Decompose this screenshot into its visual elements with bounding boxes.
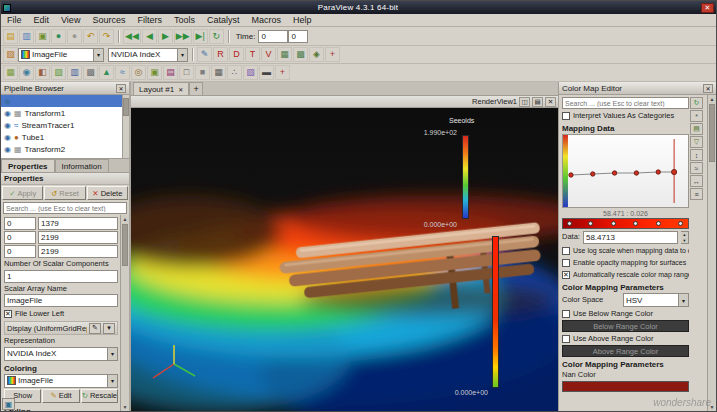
num-components-field[interactable]: 1 xyxy=(4,270,118,283)
split-vertical-icon[interactable]: ▤ xyxy=(532,97,543,107)
cmap-checkbox[interactable]: Enable opacity mapping for surfaces xyxy=(562,257,689,268)
layout-tab[interactable]: Layout #1 ✕ xyxy=(133,82,189,95)
eye-visibility-icon[interactable]: ◉ xyxy=(4,109,11,118)
extent-max-field[interactable]: 2199 xyxy=(38,231,118,244)
rescale-to-data-range-icon[interactable]: R xyxy=(213,47,228,62)
toggle-color-legend-icon[interactable]: ▧ xyxy=(3,47,18,62)
corner-tool-button[interactable]: ▣ xyxy=(2,398,15,410)
eye-visibility-icon[interactable]: ◉ xyxy=(4,145,11,154)
previous-frame-icon[interactable]: ◀ xyxy=(142,29,157,44)
display-section-header[interactable]: Display (UniformGridRep ✎ ▾ xyxy=(4,321,118,335)
file-lower-left-checkbox[interactable]: ✕ File Lower Left xyxy=(4,308,118,319)
warp-icon[interactable]: ◎ xyxy=(131,65,146,80)
spinner[interactable]: ▴▾ xyxy=(681,231,689,244)
interpret-categories-checkbox[interactable]: Interpret Values As Categories xyxy=(562,110,689,121)
wireframe-icon[interactable]: ▦ xyxy=(211,65,226,80)
loop-icon[interactable]: ↻ xyxy=(209,29,224,44)
extent-min-field[interactable]: 0 xyxy=(4,231,36,244)
rescale-range-icon[interactable]: ↔ xyxy=(690,175,703,187)
tab-information[interactable]: Information xyxy=(55,159,109,172)
eye-visibility-icon[interactable]: ◉ xyxy=(4,97,11,106)
contour-icon[interactable]: ◉ xyxy=(19,65,34,80)
screenshot-icon[interactable]: ▣ xyxy=(35,29,50,44)
eye-visibility-icon[interactable]: ◉ xyxy=(4,121,11,130)
menu-item[interactable]: Macros xyxy=(245,14,287,26)
close-view-icon[interactable]: ✕ xyxy=(545,97,556,107)
invert-transfer-icon[interactable]: ↕ xyxy=(690,149,703,161)
color-control-point[interactable] xyxy=(567,221,572,226)
checkbox-icon[interactable] xyxy=(562,310,570,318)
extract-subset-icon[interactable]: ▩ xyxy=(83,65,98,80)
surface-icon[interactable]: ■ xyxy=(195,65,210,80)
copy-icon[interactable]: ✎ xyxy=(89,323,101,334)
menu-item[interactable]: View xyxy=(55,14,86,26)
color-space-select[interactable]: HSV ▾ xyxy=(623,293,689,307)
color-control-point[interactable] xyxy=(633,221,638,226)
eye-visibility-icon[interactable]: ◉ xyxy=(4,133,11,142)
first-frame-icon[interactable]: ◀◀ xyxy=(123,29,141,44)
checkbox-icon[interactable]: ✕ xyxy=(562,271,570,279)
menu-item[interactable]: Help xyxy=(287,14,318,26)
time-field[interactable]: 0 xyxy=(258,30,288,43)
slice-icon[interactable]: ▨ xyxy=(51,65,66,80)
extent-min-field[interactable]: 0 xyxy=(4,217,36,230)
menu-item[interactable]: Catalyst xyxy=(201,14,246,26)
pipeline-item[interactable]: ◉ ● Tube1 xyxy=(1,131,129,143)
color-array-select[interactable]: ImageFile ▾ xyxy=(4,374,118,388)
clip-icon[interactable]: ◧ xyxy=(35,65,50,80)
edit-color-map-button[interactable]: ✎ Edit xyxy=(42,389,79,403)
pipeline-item[interactable]: ◉ xyxy=(1,95,129,107)
ruler-icon[interactable]: ▬ xyxy=(259,65,274,80)
glyph-filter-icon[interactable]: ▲ xyxy=(99,65,114,80)
gear-icon[interactable]: * xyxy=(690,110,703,122)
extract-level-icon[interactable]: ▤ xyxy=(163,65,178,80)
close-icon[interactable]: ✕ xyxy=(178,86,183,93)
frame-field[interactable]: 0 xyxy=(288,30,308,43)
extent-max-field[interactable]: 1379 xyxy=(38,217,118,230)
use-below-range-checkbox[interactable]: Use Below Range Color xyxy=(562,308,689,319)
checkbox-icon[interactable] xyxy=(562,112,570,120)
advanced-icon[interactable]: ≡ xyxy=(690,188,703,200)
stream-tracer-icon[interactable]: ≈ xyxy=(115,65,130,80)
representation-combo[interactable]: NVIDIA IndeX ▾ xyxy=(108,48,188,62)
points-icon[interactable]: ∴ xyxy=(227,65,242,80)
color-control-point[interactable] xyxy=(678,221,683,226)
scalar-bar-2[interactable] xyxy=(492,236,499,388)
apply-button[interactable]: ✓ Apply xyxy=(2,186,43,200)
tab-properties[interactable]: Properties xyxy=(1,159,55,172)
save-state-icon[interactable]: ▥ xyxy=(19,29,34,44)
representation-select[interactable]: NVIDIA IndeX ▾ xyxy=(4,347,118,361)
cmap-checkbox[interactable]: Use log scale when mapping data to color… xyxy=(562,245,689,256)
color-control-point[interactable] xyxy=(588,221,593,226)
group-datasets-icon[interactable]: ▣ xyxy=(147,65,162,80)
save-preset-icon[interactable]: ▽ xyxy=(690,136,703,148)
color-by-combo[interactable]: ImageFile ▾ xyxy=(18,48,104,62)
outline-icon[interactable]: □ xyxy=(179,65,194,80)
threshold-icon[interactable]: ▥ xyxy=(67,65,82,80)
menu-item[interactable]: Filters xyxy=(131,14,168,26)
cube-axes-icon[interactable]: ◈ xyxy=(309,47,324,62)
log-scale-icon[interactable]: ≈ xyxy=(690,162,703,174)
cmap-search-input[interactable] xyxy=(562,97,689,109)
update-render-icon[interactable]: ↻ xyxy=(690,97,703,109)
render-viewport[interactable]: Seeoids 1.990e+02 0.000e+00 0.000e+00 xyxy=(131,108,558,411)
next-frame-icon[interactable]: ▶▶ xyxy=(174,29,192,44)
close-icon[interactable]: ✕ xyxy=(703,84,713,93)
reset-button[interactable]: ↺ Reset xyxy=(44,186,85,200)
data-value-field[interactable]: 58.4713 xyxy=(583,231,678,244)
rescale-over-time-icon[interactable]: T xyxy=(245,47,260,62)
pipeline-item[interactable]: ◉ ▦ Transform1 xyxy=(1,107,129,119)
checkbox-icon[interactable] xyxy=(562,259,570,267)
menu-item[interactable]: Tools xyxy=(168,14,201,26)
above-range-color-button[interactable]: Above Range Color xyxy=(562,345,689,357)
open-file-icon[interactable]: ▤ xyxy=(3,29,18,44)
color-control-point[interactable] xyxy=(611,221,616,226)
transfer-function-editor[interactable] xyxy=(562,134,689,208)
nan-color-button[interactable] xyxy=(562,381,689,392)
choose-preset-icon[interactable]: ▤ xyxy=(690,123,703,135)
split-horizontal-icon[interactable]: ◫ xyxy=(519,97,530,107)
play-icon[interactable]: ▶ xyxy=(158,29,173,44)
rescale-button[interactable]: ↻ Rescale xyxy=(81,389,118,403)
pipeline-item[interactable]: ◉ ≈ StreamTracer1 xyxy=(1,119,129,131)
use-above-range-checkbox[interactable]: Use Above Range Color xyxy=(562,333,689,344)
